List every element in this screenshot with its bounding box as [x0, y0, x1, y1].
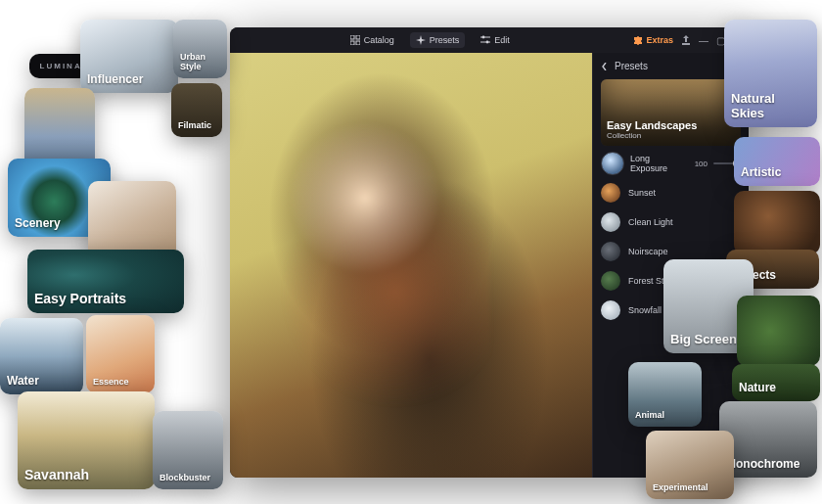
card-nature[interactable]: Nature [732, 364, 820, 401]
nav-catalog[interactable]: Catalog [344, 32, 400, 48]
card-animal[interactable]: Animal [628, 362, 702, 427]
card-water[interactable]: Water [0, 318, 83, 394]
card-label: Filmatic [178, 120, 211, 130]
card-experimental[interactable]: Experimental [646, 431, 734, 499]
preset-name: Clean Light [628, 217, 673, 227]
card-sky[interactable] [24, 88, 95, 168]
preset-item-clean-light[interactable]: Clean Light [601, 210, 741, 234]
extras-label: Extras [646, 35, 673, 45]
card-filmatic[interactable]: Filmatic [171, 83, 222, 137]
window-minimize[interactable]: — [699, 35, 708, 46]
share-icon[interactable] [681, 35, 691, 45]
card-label: Blockbuster [160, 473, 210, 482]
titlebar: Catalog Presets Edit Extras — ▢ ✕ [230, 27, 749, 53]
nav-catalog-label: Catalog [364, 35, 394, 45]
card-leaves-sample[interactable] [737, 296, 820, 366]
card-label: Urban Style [180, 52, 220, 71]
chevron-left-icon [601, 63, 609, 70]
card-artistic[interactable]: Artistic [734, 137, 820, 186]
extras-button[interactable]: Extras [633, 35, 673, 45]
preset-item-sunset[interactable]: Sunset [601, 181, 741, 205]
svg-point-7 [486, 41, 489, 44]
preset-swatch [601, 242, 620, 261]
preset-name: Sunset [628, 188, 656, 198]
sliders-icon [480, 35, 490, 45]
nav-edit[interactable]: Edit [475, 32, 516, 48]
titlebar-center: Catalog Presets Edit [238, 32, 621, 48]
svg-rect-1 [356, 35, 360, 39]
nav-presets-label: Presets [430, 35, 460, 45]
svg-rect-2 [350, 41, 354, 45]
collection-title: Easy Landscapes [607, 119, 735, 131]
preset-name: Snowfall [628, 305, 662, 315]
card-label: Monochrome [726, 457, 799, 471]
card-monochrome[interactable]: Monochrome [719, 401, 817, 478]
card-essence[interactable]: Essence [86, 315, 155, 393]
svg-point-5 [482, 36, 485, 39]
active-preset-value: 100 [695, 160, 708, 168]
card-coffee-sample[interactable] [734, 191, 820, 254]
collection-card[interactable]: Easy Landscapes Collection [601, 79, 741, 146]
card-savannah[interactable]: Savannah [18, 391, 155, 489]
panel-heading-row[interactable]: Presets [601, 61, 741, 71]
card-label: Experimental [653, 482, 708, 492]
card-label: Nature [739, 381, 776, 394]
card-easy-portraits[interactable]: Easy Portraits [27, 250, 184, 313]
preset-swatch [601, 271, 620, 291]
card-label: Water [7, 374, 39, 388]
nav-edit-label: Edit [494, 35, 510, 45]
preset-swatch [601, 212, 620, 232]
nav-presets[interactable]: Presets [410, 32, 466, 48]
card-label: Easy Portraits [34, 291, 126, 306]
card-influencer[interactable]: Influencer [80, 20, 178, 93]
active-preset-thumb [601, 152, 624, 175]
puzzle-icon [633, 35, 643, 45]
preset-swatch [601, 183, 620, 203]
active-preset-row[interactable]: Long Exposure 100 [601, 152, 741, 175]
preset-swatch [601, 300, 620, 320]
card-blockbuster[interactable]: Blockbuster [153, 411, 223, 489]
panel-heading: Presets [615, 61, 648, 71]
svg-rect-3 [356, 41, 360, 45]
svg-rect-0 [350, 35, 354, 39]
grid-icon [350, 35, 360, 45]
active-preset-label: Long Exposure [630, 154, 689, 173]
card-label: Essence [93, 377, 129, 387]
preset-name: Noirscape [628, 247, 668, 256]
sparkle-icon [416, 35, 426, 45]
card-urban-style[interactable]: Urban Style [173, 20, 227, 78]
card-label: Big Screen [670, 332, 737, 346]
card-label: Scenery [15, 216, 61, 230]
card-natural-skies[interactable]: Natural Skies [724, 20, 817, 127]
card-label: Animal [635, 410, 664, 420]
card-label: Natural Skies [731, 91, 810, 120]
card-label: Savannah [24, 467, 89, 482]
image-canvas[interactable] [230, 53, 592, 478]
collection-subtitle: Collection [607, 131, 735, 140]
card-label: Influencer [87, 72, 143, 86]
card-label: Artistic [741, 165, 781, 179]
